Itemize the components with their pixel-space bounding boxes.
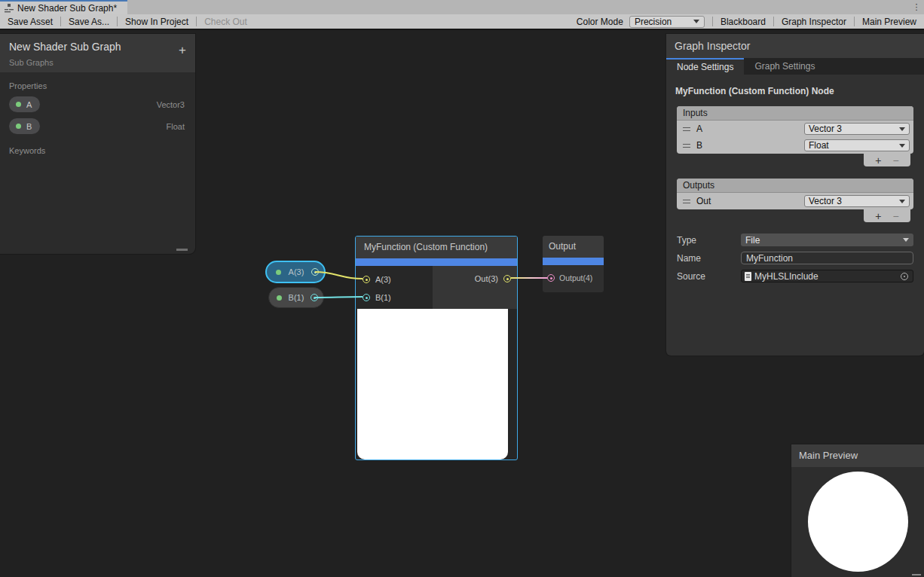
blackboard-toggle-button[interactable]: Blackboard xyxy=(713,14,773,29)
inputs-row-a[interactable]: A Vector 3 xyxy=(677,121,913,137)
inputs-row-b[interactable]: B Float xyxy=(677,137,913,154)
property-row-a[interactable]: A Vector3 xyxy=(0,93,195,115)
type-dropdown[interactable]: File xyxy=(741,234,913,246)
tab-graph-settings[interactable]: Graph Settings xyxy=(744,58,825,75)
name-value: MyFunction xyxy=(746,253,793,264)
node-preview[interactable] xyxy=(357,309,508,459)
inputs-list-header: Inputs xyxy=(677,106,913,121)
selected-node-header: MyFunction (Custom Function) Node xyxy=(666,75,924,106)
property-node-a[interactable]: A(3) xyxy=(265,261,326,283)
output-node-port-label: Output(4) xyxy=(559,273,592,282)
overflow-menu-icon[interactable]: ⋮ xyxy=(909,0,924,14)
property-node-b-output-port[interactable] xyxy=(311,294,318,301)
precision-dropdown-value: Precision xyxy=(635,17,693,27)
property-row-b[interactable]: B Float xyxy=(0,115,195,137)
inspector-title: Graph Inspector xyxy=(666,34,924,58)
resize-handle[interactable] xyxy=(176,249,188,251)
property-pill[interactable]: A xyxy=(9,96,40,112)
shader-preview-sphere xyxy=(808,472,908,572)
graph-inspector-panel[interactable]: Graph Inspector Node Settings Graph Sett… xyxy=(666,34,924,356)
blackboard-title: New Shader Sub Graph xyxy=(9,41,186,53)
add-output-button[interactable]: + xyxy=(875,210,881,222)
tab-node-settings[interactable]: Node Settings xyxy=(666,58,744,75)
property-node-a-label: A(3) xyxy=(281,267,311,276)
drag-handle-icon[interactable] xyxy=(683,144,690,148)
document-tab[interactable]: New Shader Sub Graph* xyxy=(0,0,127,14)
input-type-dropdown[interactable]: Vector 3 xyxy=(804,123,910,135)
resize-handle[interactable] xyxy=(912,574,921,575)
remove-input-button[interactable]: − xyxy=(893,154,899,166)
property-dot-icon xyxy=(276,270,281,275)
input-name: A xyxy=(696,124,702,134)
file-icon xyxy=(745,272,751,281)
outputs-list: Outputs Out Vector 3 xyxy=(677,179,913,209)
graph-inspector-toggle-button[interactable]: Graph Inspector xyxy=(774,14,854,29)
output-name: Out xyxy=(696,196,711,206)
node-color-bar xyxy=(356,258,517,266)
tab-bar: New Shader Sub Graph* ⋮ xyxy=(0,0,924,14)
outputs-list-footer: + − xyxy=(666,209,910,222)
save-asset-button[interactable]: Save Asset xyxy=(0,14,60,29)
blackboard-header: New Shader Sub Graph Sub Graphs + xyxy=(0,34,195,72)
node-output-column: Out(3) xyxy=(433,266,517,309)
chevron-down-icon xyxy=(899,200,905,203)
source-object-field[interactable]: MyHLSLInclude xyxy=(741,270,913,282)
chevron-down-icon xyxy=(693,20,699,23)
show-in-project-button[interactable]: Show In Project xyxy=(118,14,196,29)
remove-output-button[interactable]: − xyxy=(893,210,899,222)
shader-graph-asset-icon xyxy=(5,4,14,13)
main-preview-body xyxy=(791,467,924,577)
add-input-button[interactable]: + xyxy=(875,154,881,166)
save-as-button[interactable]: Save As... xyxy=(61,14,117,29)
property-type: Vector3 xyxy=(157,100,185,109)
property-name: A xyxy=(26,100,32,109)
object-picker-icon[interactable] xyxy=(901,273,908,280)
input-name: B xyxy=(696,140,702,151)
output-node[interactable]: Output Output(4) xyxy=(543,236,604,292)
property-type: Float xyxy=(167,122,185,131)
main-preview-toggle-button[interactable]: Main Preview xyxy=(855,14,924,29)
property-node-a-output-port[interactable] xyxy=(311,268,319,276)
drag-handle-icon[interactable] xyxy=(683,127,690,131)
node-input-column: A(3) B(1) xyxy=(356,266,433,309)
chevron-down-icon xyxy=(903,238,909,242)
property-name: B xyxy=(26,122,32,131)
output-port-out[interactable] xyxy=(503,275,511,282)
output-type-value: Vector 3 xyxy=(809,196,899,206)
exposed-dot-icon xyxy=(16,102,21,107)
name-label: Name xyxy=(677,253,741,264)
precision-dropdown[interactable]: Precision xyxy=(629,16,705,28)
input-port-a-label: A(3) xyxy=(375,275,391,284)
chevron-down-icon xyxy=(899,127,905,131)
output-port-out-label: Out(3) xyxy=(475,274,498,283)
output-node-title[interactable]: Output xyxy=(543,236,604,258)
function-fields: Type File Name MyFunction Source MyHLSLI… xyxy=(677,234,913,282)
input-port-b[interactable] xyxy=(363,294,370,301)
chevron-down-icon xyxy=(899,144,905,148)
inspector-tab-strip: Node Settings Graph Settings xyxy=(666,58,924,75)
name-field[interactable]: MyFunction xyxy=(741,252,913,264)
blackboard-panel[interactable]: New Shader Sub Graph Sub Graphs + Proper… xyxy=(0,34,195,254)
tab-bar-spacer xyxy=(127,0,909,14)
main-preview-panel[interactable]: Main Preview xyxy=(791,444,924,577)
source-label: Source xyxy=(677,271,741,282)
custom-function-node[interactable]: MyFunction (Custom Function) A(3) B(1) O… xyxy=(355,236,518,460)
add-property-button[interactable]: + xyxy=(179,43,186,58)
inputs-list-footer: + − xyxy=(666,154,910,166)
input-type-dropdown[interactable]: Float xyxy=(804,139,910,151)
properties-section-label: Properties xyxy=(0,72,195,93)
graph-toolbar: Save Asset Save As... Show In Project Ch… xyxy=(0,14,924,30)
node-title[interactable]: MyFunction (Custom Function) xyxy=(356,237,517,258)
property-node-b-label: B(1) xyxy=(282,293,311,302)
outputs-list-header: Outputs xyxy=(677,179,913,193)
output-node-input-port[interactable] xyxy=(547,274,555,282)
drag-handle-icon[interactable] xyxy=(683,200,690,203)
blackboard-subtitle: Sub Graphs xyxy=(9,58,186,67)
property-node-b[interactable]: B(1) xyxy=(268,287,324,308)
exposed-dot-icon xyxy=(16,124,21,129)
output-type-dropdown[interactable]: Vector 3 xyxy=(804,195,910,207)
input-port-a[interactable] xyxy=(363,276,370,283)
property-pill[interactable]: B xyxy=(9,118,40,134)
type-label: Type xyxy=(677,235,741,246)
outputs-row-out[interactable]: Out Vector 3 xyxy=(677,193,913,209)
